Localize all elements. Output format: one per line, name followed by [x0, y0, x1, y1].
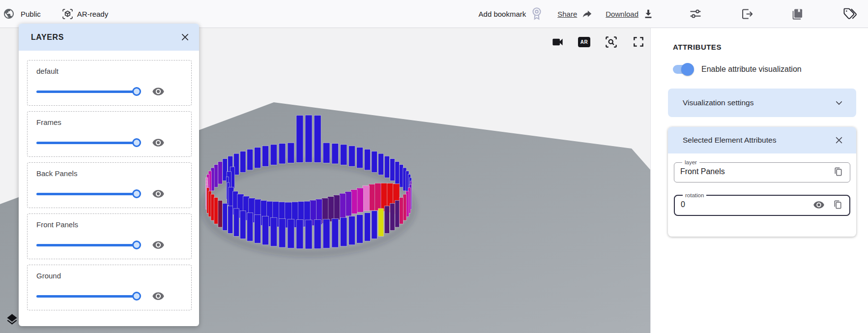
attribute-visibility-eye-icon[interactable]	[813, 199, 825, 211]
add-bookmark-button[interactable]: Add bookmark	[479, 6, 544, 21]
copy-icon[interactable]	[832, 199, 843, 211]
download-icon	[642, 7, 655, 20]
layer-attribute-field: layer Front Panels	[674, 159, 850, 182]
layers-toggle-button[interactable]	[5, 312, 19, 326]
layer-visibility-eye-icon[interactable]	[152, 290, 165, 303]
ar-cube-icon	[61, 7, 74, 20]
field-value: 0	[681, 200, 813, 209]
selected-element-attributes-card: Selected Element Attributes layer Front …	[668, 127, 856, 237]
copy-icon[interactable]	[832, 166, 844, 178]
visibility-label[interactable]: Public	[21, 10, 41, 18]
layer-opacity-slider[interactable]	[36, 87, 137, 96]
share-arrow-icon	[581, 8, 594, 20]
rotation-attribute-field[interactable]: rotation 0	[674, 192, 850, 216]
layer-card: Back Panels	[27, 162, 192, 208]
toggle-label: Enable attribute visualization	[701, 65, 802, 74]
layer-opacity-slider[interactable]	[36, 241, 137, 250]
layer-name: Front Panels	[36, 220, 184, 229]
layer-name: Ground	[36, 272, 184, 280]
chevron-down-icon	[835, 98, 843, 107]
field-label: layer	[682, 159, 699, 165]
tags-button[interactable]	[840, 5, 859, 22]
filters-button[interactable]	[687, 5, 704, 22]
layer-name: default	[36, 67, 184, 75]
attributes-panel-title: ATTRIBUTES	[673, 43, 856, 51]
layer-opacity-slider[interactable]	[36, 138, 137, 148]
ar-ready-label: AR-ready	[77, 10, 108, 18]
layer-card: Frames	[27, 111, 192, 157]
layer-opacity-slider[interactable]	[36, 189, 137, 199]
download-link[interactable]: Download	[606, 7, 655, 20]
layer-visibility-eye-icon[interactable]	[152, 239, 165, 251]
export-button[interactable]	[738, 5, 755, 22]
viewport-toolbar: AR	[550, 35, 645, 49]
ar-mode-button[interactable]: AR	[578, 37, 590, 47]
layers-list: default Frames Back Panels	[19, 51, 199, 310]
share-link[interactable]: Share	[557, 8, 594, 20]
layers-panel-header: LAYERS	[19, 24, 199, 51]
selected-attributes-close-icon[interactable]	[834, 135, 844, 146]
layer-visibility-eye-icon[interactable]	[152, 187, 165, 200]
layer-opacity-slider[interactable]	[36, 292, 137, 301]
field-label: rotation	[683, 192, 706, 198]
layer-card: Front Panels	[27, 213, 192, 259]
zoom-to-selection-button[interactable]	[604, 35, 618, 49]
bookmarks-button[interactable]	[789, 5, 806, 22]
attributes-panel: ATTRIBUTES Enable attribute visualizatio…	[650, 28, 868, 333]
layers-panel-title: LAYERS	[31, 33, 64, 42]
attribute-visualization-toggle[interactable]	[673, 65, 693, 74]
layer-card: default	[27, 60, 192, 106]
layer-name: Frames	[36, 118, 184, 126]
layer-visibility-eye-icon[interactable]	[152, 85, 165, 98]
globe-icon	[2, 7, 15, 20]
layer-card: Ground	[27, 265, 192, 310]
layers-panel: LAYERS default Frames Bac	[19, 24, 199, 326]
visualization-settings-header[interactable]: Visualization settings	[668, 89, 856, 117]
fullscreen-button[interactable]	[632, 35, 645, 49]
layers-close-icon[interactable]	[179, 32, 190, 43]
layer-visibility-eye-icon[interactable]	[152, 136, 165, 149]
bookmark-ribbon-icon	[530, 6, 544, 21]
layer-name: Back Panels	[36, 169, 184, 178]
field-value: Front Panels	[680, 167, 832, 176]
camera-views-button[interactable]	[550, 35, 564, 49]
selected-element-attributes-header: Selected Element Attributes	[668, 127, 856, 153]
